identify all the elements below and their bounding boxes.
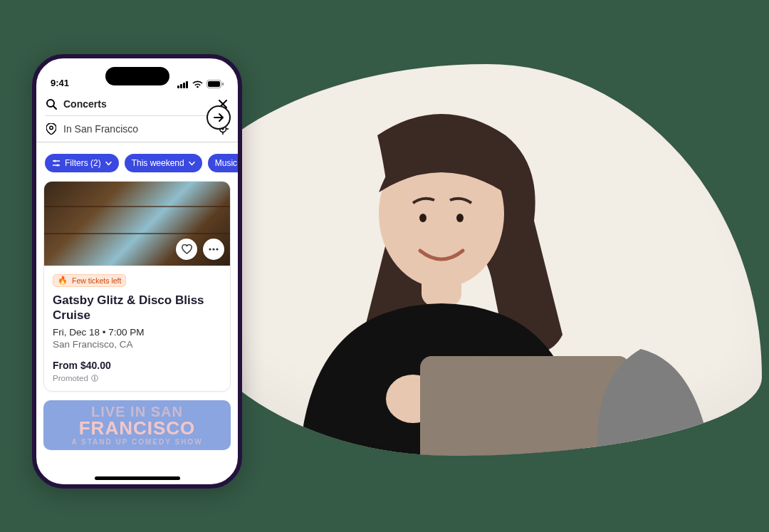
svg-rect-7 — [177, 85, 179, 88]
svg-point-34 — [216, 248, 218, 250]
event-card-actions — [176, 239, 224, 260]
svg-rect-8 — [180, 84, 182, 88]
search-icon — [45, 98, 58, 110]
hero-photo-blob — [164, 64, 762, 456]
filter-chip-category-label: Music — [215, 158, 237, 168]
svg-point-18 — [50, 126, 53, 129]
filters-button[interactable]: Filters (2) — [45, 154, 119, 172]
filter-chip-date[interactable]: This weekend — [125, 154, 202, 172]
flame-icon: 🔥 — [58, 276, 68, 284]
banner-line-2: FRANCISCO — [79, 419, 196, 437]
arrow-right-icon — [213, 112, 224, 123]
event-card[interactable]: 🔥 Few tickets left Gatsby Glitz & Disco … — [43, 181, 231, 392]
svg-line-15 — [53, 106, 56, 109]
location-pin-icon — [45, 122, 58, 135]
search-submit-button[interactable] — [206, 105, 231, 130]
event-datetime: Fri, Dec 18 • 7:00 PM — [53, 327, 221, 338]
cellular-icon — [177, 80, 189, 88]
filter-chip-date-label: This weekend — [132, 158, 184, 168]
battery-icon — [206, 80, 224, 88]
search-separator — [45, 115, 229, 116]
event-location: San Francisco, CA — [53, 339, 221, 350]
filter-chip-category[interactable]: Music — [208, 154, 238, 172]
status-time: 9:41 — [51, 78, 69, 88]
banner-line-3: A STAND UP COMEDY SHOW — [71, 439, 202, 446]
search-query-text: Concerts — [63, 98, 211, 110]
svg-point-5 — [419, 214, 427, 222]
event-list[interactable]: 🔥 Few tickets left Gatsby Glitz & Disco … — [36, 181, 238, 484]
svg-rect-13 — [222, 83, 224, 85]
person-illustration — [199, 93, 712, 456]
scarcity-badge: 🔥 Few tickets left — [53, 274, 126, 287]
svg-rect-10 — [186, 81, 188, 88]
wifi-icon — [192, 80, 203, 88]
event-image — [44, 182, 230, 266]
event-title: Gatsby Glitz & Disco Bliss Cruise — [53, 293, 221, 323]
svg-point-32 — [209, 248, 211, 250]
svg-point-27 — [53, 160, 56, 162]
search-bottom-divider — [36, 142, 238, 142]
search-location-row[interactable]: In San Francisco — [45, 119, 229, 139]
info-icon — [91, 375, 98, 382]
phone-mockup: 9:41 Concerts — [32, 54, 242, 489]
sliders-icon — [52, 159, 61, 167]
banner-line-1: LIVE IN SAN — [91, 405, 183, 419]
more-horizontal-icon — [209, 248, 219, 251]
more-options-button[interactable] — [203, 239, 224, 260]
scarcity-badge-text: Few tickets left — [72, 276, 121, 285]
heart-icon — [182, 244, 192, 254]
svg-rect-12 — [208, 81, 220, 87]
dynamic-island — [105, 67, 169, 85]
canvas-background: 9:41 Concerts — [0, 0, 769, 532]
svg-point-6 — [456, 214, 464, 222]
chevron-down-icon — [105, 160, 112, 167]
promoted-text: Promoted — [53, 374, 88, 382]
svg-point-29 — [56, 164, 58, 166]
search-area: Concerts In San Francisco — [36, 90, 238, 147]
status-indicators — [177, 80, 224, 88]
promoted-label: Promoted — [53, 374, 221, 382]
home-indicator — [95, 476, 180, 480]
search-query-row[interactable]: Concerts — [45, 94, 229, 114]
event-card-body: 🔥 Few tickets left Gatsby Glitz & Disco … — [44, 266, 230, 391]
favorite-button[interactable] — [176, 239, 197, 260]
svg-rect-1 — [422, 271, 461, 306]
filter-chip-row[interactable]: Filters (2) This weekend Music — [36, 147, 238, 181]
chevron-down-icon — [189, 160, 195, 167]
filters-button-label: Filters (2) — [65, 158, 101, 168]
svg-point-33 — [212, 248, 214, 250]
event-price: From $40.00 — [53, 360, 221, 371]
search-location-text: In San Francisco — [63, 123, 211, 135]
svg-rect-9 — [183, 83, 185, 88]
app-screen: 9:41 Concerts — [36, 58, 238, 484]
event-card-peek[interactable]: LIVE IN SAN FRANCISCO A STAND UP COMEDY … — [43, 400, 231, 450]
